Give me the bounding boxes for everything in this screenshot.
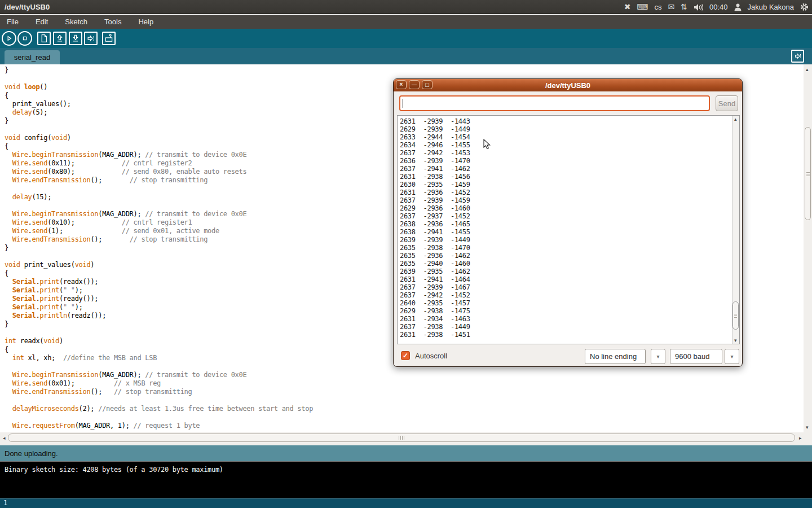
user-icon[interactable] <box>734 3 742 11</box>
status-message: Done uploading. <box>5 449 58 458</box>
maximize-icon: □ <box>425 81 429 89</box>
serial-lines: 2631 -2939 -14432629 -2939 -14492633 -29… <box>398 116 739 339</box>
serial-window-titlebar[interactable]: /dev/ttyUSB0 ×—□ <box>394 79 742 91</box>
serial-line: 2635 -2940 -1460 <box>400 260 739 268</box>
username-label[interactable]: Jakub Kakona <box>748 3 794 11</box>
minimize-button[interactable]: — <box>409 80 420 89</box>
serial-line: 2637 -2942 -1452 <box>400 291 739 299</box>
maximize-button[interactable]: □ <box>422 80 433 89</box>
serial-monitor-button[interactable] <box>102 32 116 45</box>
serial-input[interactable] <box>399 95 710 111</box>
keyboard-layout-label[interactable]: cs <box>655 3 662 11</box>
serial-line: 2634 -2946 -1455 <box>400 141 739 149</box>
thumb-grip <box>399 436 404 440</box>
scroll-up-icon[interactable]: ▴ <box>806 67 809 72</box>
serial-line: 2639 -2935 -1462 <box>400 268 739 275</box>
status-bar: Done uploading. <box>0 445 812 461</box>
new-icon <box>39 33 49 43</box>
editor-vscroll-thumb[interactable] <box>805 127 811 220</box>
serial-line: 2629 -2936 -1460 <box>400 204 739 212</box>
clock-label[interactable]: 00:40 <box>709 3 728 11</box>
serial-line: 2635 -2938 -1470 <box>400 244 739 252</box>
serial-line: 2639 -2939 -1449 <box>400 236 739 244</box>
serial-line: 2636 -2939 -1470 <box>400 157 739 165</box>
editor-vertical-scrollbar[interactable] <box>804 64 812 432</box>
baud-rate-arrow-button[interactable]: ▾ <box>725 349 739 364</box>
upload-icon <box>86 33 96 43</box>
serial-monitor-window: /dev/ttyUSB0 ×—□ Send 2631 -2939 -144326… <box>393 78 743 367</box>
code-line: Wire.endTransmission(); // stop transmit… <box>5 388 804 396</box>
scroll-down-icon[interactable]: ▾ <box>734 338 737 343</box>
save-icon <box>70 33 81 43</box>
serial-line: 2629 -2939 -1449 <box>400 125 739 133</box>
stop-icon <box>20 33 30 43</box>
serial-line: 2635 -2936 -1462 <box>400 252 739 260</box>
menu-file[interactable]: File <box>0 15 27 29</box>
serial-monitor-toggle-button[interactable] <box>791 50 804 63</box>
top-panel: /dev/ttyUSB0 ✖⌨cs✉⇅00:40Jakub Kakona <box>0 0 812 14</box>
close-button[interactable]: × <box>396 80 407 89</box>
keyboard-icon[interactable]: ⌨ <box>637 0 648 14</box>
tab-serial-read[interactable]: serial_read <box>5 50 60 64</box>
volume-icon[interactable] <box>694 3 703 11</box>
screen: /dev/ttyUSB0 ✖⌨cs✉⇅00:40Jakub Kakona Fil… <box>0 0 812 508</box>
menubar: FileEditSketchToolsHelp <box>0 15 812 29</box>
open-icon <box>55 33 65 43</box>
open-sketch-button[interactable] <box>53 32 67 45</box>
scroll-up-icon[interactable]: ▴ <box>734 117 737 122</box>
tabbar: serial_read <box>0 48 812 64</box>
serial-scrollbar[interactable]: ▴ ▾ <box>732 116 739 344</box>
window-buttons: ×—□ <box>396 80 433 89</box>
console-output: Binary sketch size: 4208 bytes (of a 307… <box>0 461 812 498</box>
menu-help[interactable]: Help <box>130 15 162 29</box>
menu-tools[interactable]: Tools <box>96 15 130 29</box>
autoscroll-checkbox[interactable]: ✓ <box>401 351 410 360</box>
code-line: } <box>5 66 804 75</box>
serial-input-row: Send <box>394 91 742 115</box>
code-line: delayMicroseconds(2); //needs at least 1… <box>5 405 804 413</box>
save-sketch-button[interactable] <box>69 32 82 45</box>
line-number: 1 <box>3 499 7 507</box>
serial-line: 2631 -2939 -1443 <box>400 117 739 125</box>
mouse-cursor <box>483 139 491 150</box>
serial-line: 2637 -2939 -1467 <box>400 283 739 291</box>
thumb-grip <box>734 313 737 318</box>
serial-line: 2637 -2937 -1452 <box>400 212 739 220</box>
serial-line: 2638 -2936 -1465 <box>400 220 739 228</box>
menu-sketch[interactable]: Sketch <box>56 15 96 29</box>
line-ending-arrow-button[interactable]: ▾ <box>651 349 665 364</box>
serial-scroll-thumb[interactable] <box>732 301 739 330</box>
scroll-left-icon[interactable]: ◂ <box>3 436 6 441</box>
send-button[interactable]: Send <box>716 95 738 111</box>
network-arrows-icon[interactable]: ⇅ <box>681 0 687 14</box>
text-caret <box>403 99 403 108</box>
scroll-right-icon[interactable]: ▸ <box>799 436 802 441</box>
session-gear-icon[interactable] <box>800 3 809 11</box>
serial-line: 2631 -2938 -1456 <box>400 173 739 181</box>
scroll-down-icon[interactable]: ▾ <box>806 425 809 430</box>
mail-icon[interactable]: ✉ <box>668 0 675 14</box>
verify-button[interactable] <box>2 31 16 46</box>
serial-line: 2631 -2936 -1452 <box>400 189 739 196</box>
serial-output-area[interactable]: 2631 -2939 -14432629 -2939 -14492633 -29… <box>397 115 740 344</box>
new-sketch-button[interactable] <box>37 32 51 45</box>
serial-line: 2637 -2942 -1453 <box>400 149 739 157</box>
menu-edit[interactable]: Edit <box>27 15 56 29</box>
serial-bottom-bar: ✓ Autoscroll No line ending ▾ 9600 baud … <box>394 346 742 367</box>
serial-line: 2631 -2934 -1463 <box>400 315 739 323</box>
line-number-indicator: 1 <box>0 498 812 508</box>
baud-rate-select[interactable]: 9600 baud <box>670 349 722 364</box>
system-tray[interactable]: ✖⌨cs✉⇅00:40Jakub Kakona <box>624 0 809 14</box>
verify-icon <box>4 33 14 43</box>
line-ending-select[interactable]: No line ending <box>585 349 646 364</box>
stop-button[interactable] <box>17 31 32 46</box>
serial-line: 2630 -2935 -1459 <box>400 181 739 189</box>
editor-hscroll-thumb[interactable] <box>8 433 795 442</box>
serial-line: 2629 -2938 -1475 <box>400 307 739 315</box>
autoscroll-label: Autoscroll <box>415 352 447 360</box>
indicator-icon[interactable]: ✖ <box>624 0 631 14</box>
code-line <box>5 396 804 405</box>
code-line: Wire.beginTransmission(MAG_ADDR); // tra… <box>5 371 804 379</box>
serialmon-icon <box>104 33 114 43</box>
upload-button[interactable] <box>84 32 98 45</box>
